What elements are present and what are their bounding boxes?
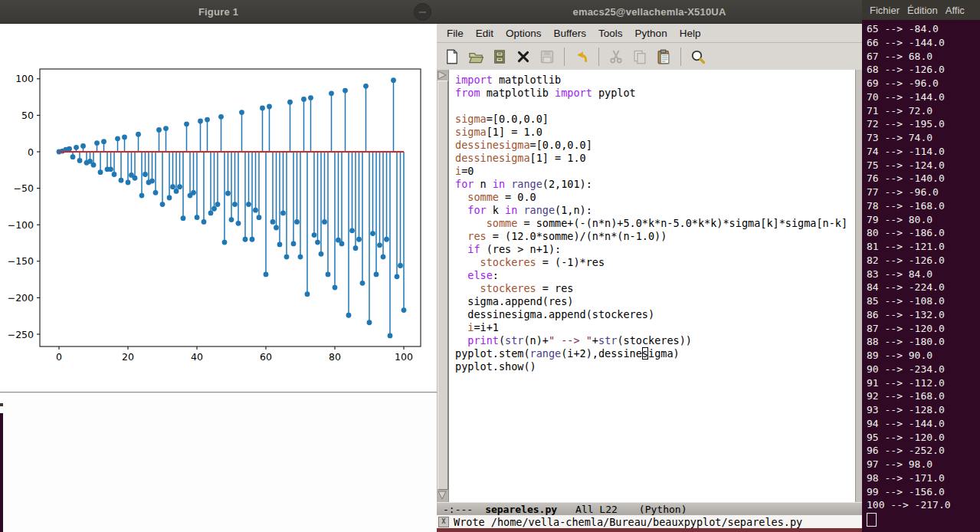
scrollbar-top-arrow-icon [438, 71, 447, 80]
modeline-flags: -:--- [443, 504, 473, 515]
code-line: sigma=[0.0,0.0] [455, 113, 855, 126]
terminal-menu-affic[interactable]: Affic [946, 5, 965, 16]
code-line: from matplotlib import pyplot [455, 87, 855, 100]
modeline-position: All L22 [575, 504, 618, 515]
stem-chart: 100500−50−100−150−200−250020406080100 [0, 23, 437, 392]
scrollbar-bottom-arrow-icon [438, 491, 447, 500]
undo-icon[interactable] [571, 46, 592, 67]
python-source-code[interactable]: import matplotlibfrom matplotlib import … [449, 74, 855, 373]
background-window[interactable] [0, 392, 437, 532]
terminal-output-line: 77 --> -96.0 [867, 186, 980, 199]
code-line: if (res > n+1): [455, 243, 855, 256]
terminal-menu-fichier[interactable]: Fichier [870, 5, 900, 16]
scrollbar-thumb[interactable] [438, 80, 448, 490]
terminal-output-line: 100 --> -217.0 [867, 498, 980, 512]
copy-icon[interactable] [629, 46, 651, 67]
svg-text:−50: −50 [14, 182, 34, 194]
svg-text:−250: −250 [8, 329, 34, 340]
cut-icon[interactable] [605, 46, 627, 67]
menu-buffers[interactable]: Buffers [548, 28, 593, 39]
emacs-scrollbar[interactable] [437, 70, 449, 502]
svg-text:100: 100 [15, 73, 34, 84]
close-icon[interactable] [513, 46, 534, 67]
terminal-output-line: 76 --> -140.0 [867, 172, 980, 186]
figure-titlebar[interactable]: Figure 1 [0, 0, 437, 24]
terminal-output-line: 80 --> -186.0 [867, 226, 980, 240]
code-line: res = (12.0*somme)/(n*n*(n-1.0)) [455, 230, 855, 243]
window-icon: X [438, 517, 449, 527]
terminal-output-line: 74 --> -114.0 [867, 145, 980, 159]
emacs-buffer-area[interactable]: import matplotlibfrom matplotlib import … [437, 70, 862, 502]
terminal-output-line: 78 --> -168.0 [867, 199, 980, 213]
menu-file[interactable]: File [441, 28, 470, 39]
terminal-cursor [867, 513, 877, 527]
terminal-output-line: 69 --> -96.0 [867, 77, 980, 90]
code-line: i=i+1 [455, 321, 855, 334]
svg-text:40: 40 [191, 351, 203, 363]
emacs-minibuffer[interactable]: X Wrote /home/vella-chemla/Bureau/beauxp… [437, 515, 862, 528]
terminal-output-line: 98 --> -171.0 [867, 471, 980, 485]
text-cursor: s [642, 347, 648, 360]
minimize-icon [419, 11, 426, 13]
terminal-output-line: 67 --> 68.0 [867, 50, 980, 64]
file-cabinet-icon[interactable] [489, 46, 510, 67]
terminal-output-line: 79 --> 80.0 [867, 213, 980, 227]
terminal-output-line: 70 --> -144.0 [867, 90, 980, 104]
terminal-menu-edition[interactable]: Édition [907, 5, 938, 16]
new-file-icon[interactable] [441, 46, 463, 67]
terminal-output-line: 86 --> -132.0 [867, 308, 980, 322]
code-line: pyplot.show() [455, 360, 855, 373]
menu-help[interactable]: Help [674, 28, 707, 39]
code-line: import matplotlib [455, 74, 855, 87]
menu-tools[interactable]: Tools [592, 28, 629, 39]
figure-window: Figure 1 100500−50−100−150−200−250020406… [0, 0, 437, 392]
terminal-output-line: 96 --> -252.0 [867, 444, 980, 458]
code-line: dessinesigma.append(stockeres) [455, 308, 855, 321]
code-line: stockeres = res [455, 282, 855, 295]
terminal-output-line: 91 --> -112.0 [867, 376, 980, 390]
code-line: somme = somme+(-(n*n)+5.0*k*n-5.0*k*k)*s… [455, 217, 855, 230]
search-icon[interactable] [687, 46, 709, 67]
figure-title: Figure 1 [198, 6, 238, 18]
terminal-output-line: 92 --> -168.0 [867, 389, 980, 403]
terminal-output-line: 81 --> -121.0 [867, 240, 980, 254]
open-folder-icon[interactable] [465, 46, 487, 67]
menu-python[interactable]: Python [629, 28, 674, 39]
terminal-output-line: 85 --> -108.0 [867, 294, 980, 308]
paste-icon[interactable] [653, 46, 674, 67]
code-line: stockeres = (-1)*res [455, 256, 855, 269]
code-line [455, 100, 855, 113]
emacs-title: emacs25@vellachemla-X510UA [573, 6, 726, 18]
code-line: else: [455, 269, 855, 282]
terminal-output-line: 90 --> -234.0 [867, 363, 980, 376]
window-edge-strip [437, 528, 862, 532]
terminal-output-line: 93 --> -128.0 [867, 403, 980, 417]
terminal-output-line: 75 --> -124.0 [867, 159, 980, 172]
emacs-titlebar[interactable]: emacs25@vellachemla-X510UA [437, 0, 862, 24]
svg-text:0: 0 [28, 146, 34, 158]
terminal-output-line: 95 --> -120.0 [867, 431, 980, 445]
emacs-toolbar [437, 43, 862, 71]
menu-edit[interactable]: Edit [470, 28, 500, 39]
minimize-button[interactable] [414, 3, 431, 21]
terminal-output-line: 66 --> -144.0 [867, 36, 980, 50]
code-line: for n in range(2,101): [455, 178, 855, 191]
background-terminal-edge [0, 413, 3, 532]
emacs-window: emacs25@vellachemla-X510UA FileEditOptio… [437, 0, 862, 532]
emacs-modeline: -:--- separeles.py All L22 (Python) [437, 502, 862, 516]
svg-text:50: 50 [21, 110, 34, 121]
menu-options[interactable]: Options [500, 28, 548, 39]
terminal-output[interactable]: 65 --> -84.066 --> -144.067 --> 68.068 -… [867, 22, 980, 532]
terminal-output-line: 72 --> -195.0 [867, 117, 980, 131]
svg-text:60: 60 [260, 351, 272, 363]
terminal-output-line: 73 --> 74.0 [867, 131, 980, 145]
toolbar-separator [598, 48, 599, 66]
terminal-output-line: 97 --> 98.0 [867, 458, 980, 471]
emacs-right-edge [855, 70, 862, 502]
emacs-menubar: FileEditOptionsBuffersToolsPythonHelp [437, 24, 862, 43]
modeline-buffer-name: separeles.py [485, 504, 557, 515]
save-icon[interactable] [536, 46, 558, 67]
terminal-menubar: FichierÉditionAffic [862, 0, 980, 20]
terminal-output-line: 99 --> -156.0 [867, 485, 980, 499]
svg-text:0: 0 [56, 351, 62, 363]
